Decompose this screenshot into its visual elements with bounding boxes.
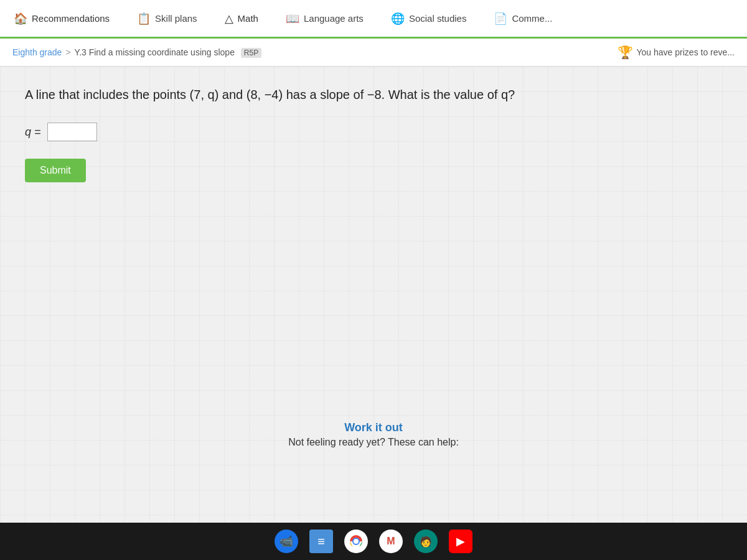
prizes-text: You have prizes to reve... bbox=[637, 47, 735, 57]
answer-label: q = bbox=[25, 126, 41, 139]
chrome-svg bbox=[345, 531, 367, 552]
common-icon: 📄 bbox=[494, 12, 507, 26]
breadcrumb-left: Eighth grade > Y.3 Find a missing coordi… bbox=[12, 47, 261, 57]
skill-code: Y.3 bbox=[75, 47, 87, 57]
skill-badge: R5P bbox=[241, 48, 261, 58]
work-it-out-title: Work it out bbox=[288, 421, 459, 434]
svg-point-2 bbox=[354, 539, 359, 544]
nav-skill-plans-label: Skill plans bbox=[155, 13, 197, 24]
nav-math-label: Math bbox=[238, 13, 258, 24]
skill-name: Find a missing coordinate using slope bbox=[89, 47, 235, 57]
nav-language-arts[interactable]: 📖 Language arts bbox=[272, 0, 377, 39]
breadcrumb-separator: > bbox=[65, 47, 70, 57]
work-it-out-section: Work it out Not feeling ready yet? These… bbox=[288, 421, 459, 448]
nav-recommendations[interactable]: 🏠 Recommendations bbox=[0, 0, 123, 39]
files-icon: ≡ bbox=[317, 534, 325, 549]
prizes-section[interactable]: 🏆 You have prizes to reve... bbox=[618, 45, 735, 60]
nav-social-studies[interactable]: 🌐 Social studies bbox=[377, 0, 481, 39]
meet-icon: 🧑 bbox=[420, 536, 432, 548]
nav-common[interactable]: 📄 Comme... bbox=[480, 0, 566, 39]
video-camera-icon: 📹 bbox=[280, 534, 293, 548]
taskbar-video-icon[interactable]: 📹 bbox=[275, 530, 298, 553]
nav-social-studies-label: Social studies bbox=[409, 13, 467, 24]
nav-math[interactable]: △ Math bbox=[211, 0, 272, 39]
taskbar-meet-icon[interactable]: 🧑 bbox=[414, 530, 438, 553]
taskbar-files-icon[interactable]: ≡ bbox=[309, 530, 333, 553]
submit-button[interactable]: Submit bbox=[25, 159, 86, 182]
main-content: A line that includes the points (7, q) a… bbox=[0, 67, 747, 523]
top-navigation: 🏠 Recommendations 📋 Skill plans △ Math 📖… bbox=[0, 0, 747, 39]
question-text: A line that includes the points (7, q) a… bbox=[25, 85, 722, 104]
nav-skill-plans[interactable]: 📋 Skill plans bbox=[123, 0, 211, 39]
trophy-icon: 🏆 bbox=[618, 45, 633, 60]
answer-input[interactable] bbox=[47, 123, 97, 141]
work-it-out-subtitle: Not feeling ready yet? These can help: bbox=[288, 437, 459, 448]
gmail-icon: M bbox=[387, 536, 395, 547]
language-arts-icon: 📖 bbox=[286, 12, 299, 26]
nav-recommendations-label: Recommendations bbox=[32, 13, 110, 24]
math-icon: △ bbox=[225, 12, 233, 26]
answer-row: q = bbox=[25, 123, 722, 141]
nav-language-arts-label: Language arts bbox=[304, 13, 364, 24]
recommendations-icon: 🏠 bbox=[14, 12, 27, 26]
skill-plans-icon: 📋 bbox=[137, 12, 151, 26]
breadcrumb-grade[interactable]: Eighth grade bbox=[12, 47, 62, 57]
taskbar-youtube-icon[interactable]: ▶ bbox=[449, 530, 472, 553]
social-studies-icon: 🌐 bbox=[391, 12, 405, 26]
breadcrumb-skill: Y.3 Find a missing coordinate using slop… bbox=[75, 47, 262, 57]
nav-common-label: Comme... bbox=[512, 13, 552, 24]
taskbar-gmail-icon[interactable]: M bbox=[379, 530, 403, 553]
breadcrumb-bar: Eighth grade > Y.3 Find a missing coordi… bbox=[0, 39, 747, 67]
taskbar-chrome-icon[interactable] bbox=[344, 530, 368, 553]
taskbar: 📹 ≡ M 🧑 ▶ bbox=[0, 523, 747, 560]
youtube-icon: ▶ bbox=[456, 534, 465, 548]
